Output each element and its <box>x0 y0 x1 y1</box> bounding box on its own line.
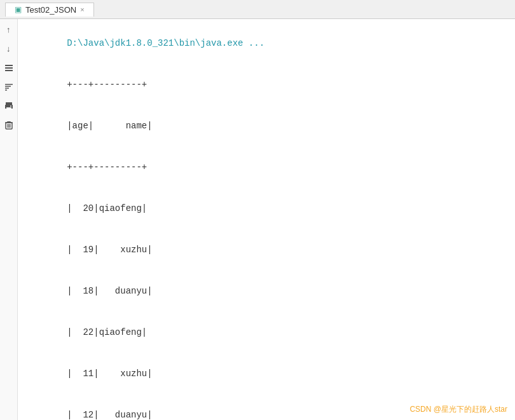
title-bar: ▣ Test02_JSON × <box>0 0 515 19</box>
scroll-up-button[interactable]: ↑ <box>2 23 16 37</box>
watermark: CSDN @星光下的赶路人star <box>409 404 507 415</box>
delete-button[interactable] <box>2 118 16 132</box>
list-button[interactable] <box>2 61 16 75</box>
svg-rect-5 <box>5 88 9 89</box>
svg-rect-7 <box>6 102 12 105</box>
trash-icon <box>5 121 13 130</box>
list-icon <box>4 64 13 72</box>
tab-test02-json[interactable]: ▣ Test02_JSON × <box>5 3 94 17</box>
command-line: D:\Java\jdk1.8.0_321\bin\java.exe ... <box>67 38 264 48</box>
svg-rect-3 <box>5 84 13 85</box>
tab-close-button[interactable]: × <box>80 6 84 13</box>
table1-sep2: +---+---------+ <box>67 162 147 172</box>
console-output-area[interactable]: D:\Java\jdk1.8.0_321\bin\java.exe ... +-… <box>18 19 515 420</box>
svg-point-11 <box>10 105 11 107</box>
table1-row-2: | 18| duanyu| <box>67 286 152 296</box>
svg-rect-0 <box>5 65 13 66</box>
tab-label: Test02_JSON <box>25 5 76 15</box>
sort-button[interactable] <box>2 80 16 94</box>
print-button[interactable] <box>2 99 16 113</box>
scroll-down-button[interactable]: ↓ <box>2 42 16 56</box>
main-window: ▣ Test02_JSON × ↑ ↓ <box>0 0 515 420</box>
table1-row-3: | 22|qiaofeng| <box>67 327 147 337</box>
watermark-name: 星光下的赶路人star <box>441 405 507 414</box>
watermark-prefix: CSDN @ <box>409 405 441 414</box>
svg-rect-2 <box>5 70 13 71</box>
table1-row-1: | 19| xuzhu| <box>67 245 152 255</box>
svg-rect-1 <box>5 67 13 69</box>
table1-sep1: +---+---------+ <box>67 79 147 90</box>
sort-icon <box>4 83 13 91</box>
tab-icon: ▣ <box>15 5 22 14</box>
svg-rect-4 <box>5 86 11 87</box>
console-output: D:\Java\jdk1.8.0_321\bin\java.exe ... +-… <box>24 23 509 420</box>
svg-rect-14 <box>7 121 11 123</box>
left-toolbar: ↑ ↓ <box>0 19 18 420</box>
print-icon <box>4 102 13 111</box>
svg-rect-10 <box>5 105 13 107</box>
svg-rect-6 <box>5 90 7 91</box>
table1-row-0: | 20|qiaofeng| <box>67 203 147 213</box>
content-area: ↑ ↓ <box>0 19 515 420</box>
table1-header: |age| name| <box>67 121 152 131</box>
svg-rect-9 <box>6 107 11 110</box>
table1-row-4: | 11| xuzhu| <box>67 369 152 379</box>
table1-row-5: | 12| duanyu| <box>67 410 152 420</box>
